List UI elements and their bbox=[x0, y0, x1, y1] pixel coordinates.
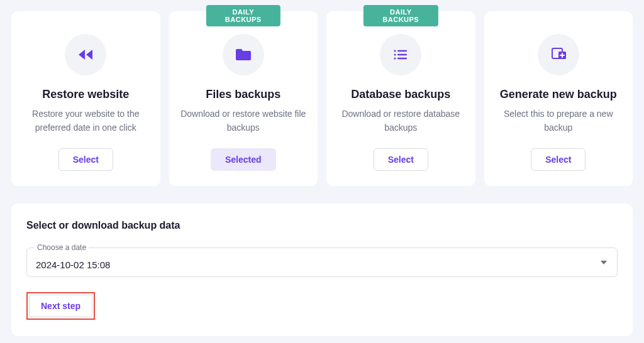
svg-point-4 bbox=[394, 57, 396, 59]
selected-button[interactable]: Selected bbox=[211, 148, 276, 171]
add-backup-icon bbox=[538, 34, 579, 75]
card-database-backups: DAILY BACKUPS Database backups Download … bbox=[326, 11, 475, 186]
rewind-icon bbox=[65, 34, 106, 75]
select-backup-panel: Select or download backup data Choose a … bbox=[11, 204, 633, 336]
daily-backups-badge: DAILY BACKUPS bbox=[206, 5, 280, 26]
svg-rect-3 bbox=[397, 54, 407, 55]
daily-backups-badge: DAILY BACKUPS bbox=[364, 5, 438, 26]
card-desc: Select this to prepare a new backup bbox=[496, 107, 622, 134]
card-title: Database backups bbox=[351, 88, 450, 101]
select-button[interactable]: Select bbox=[58, 148, 113, 171]
select-button[interactable]: Select bbox=[531, 148, 586, 171]
next-step-highlight: Next step bbox=[26, 292, 95, 320]
card-desc: Restore your website to the preferred da… bbox=[23, 107, 149, 134]
date-picker[interactable]: Choose a date 2024-10-02 15:08 bbox=[26, 248, 618, 277]
card-restore-website: Restore website Restore your website to … bbox=[11, 11, 160, 186]
date-picker-label: Choose a date bbox=[35, 243, 89, 252]
card-files-backups: DAILY BACKUPS Files backups Download or … bbox=[169, 11, 318, 186]
card-title: Files backups bbox=[206, 88, 280, 101]
svg-point-2 bbox=[394, 53, 396, 55]
card-desc: Download or restore database backups bbox=[338, 107, 464, 134]
next-step-button[interactable]: Next step bbox=[29, 295, 92, 317]
select-button[interactable]: Select bbox=[374, 148, 428, 171]
card-title: Generate new backup bbox=[500, 88, 617, 101]
card-desc: Download or restore website file backups bbox=[180, 107, 307, 134]
chevron-down-icon bbox=[601, 261, 607, 264]
backup-options-row: Restore website Restore your website to … bbox=[11, 11, 633, 186]
panel-title: Select or download backup data bbox=[26, 220, 618, 231]
folder-icon bbox=[223, 34, 264, 75]
date-picker-value: 2024-10-02 15:08 bbox=[36, 259, 608, 270]
svg-rect-5 bbox=[397, 58, 407, 59]
list-icon bbox=[380, 34, 421, 75]
card-generate-new-backup: Generate new backup Select this to prepa… bbox=[484, 11, 633, 186]
svg-point-0 bbox=[394, 50, 396, 52]
card-title: Restore website bbox=[42, 88, 129, 101]
svg-rect-1 bbox=[397, 50, 407, 52]
